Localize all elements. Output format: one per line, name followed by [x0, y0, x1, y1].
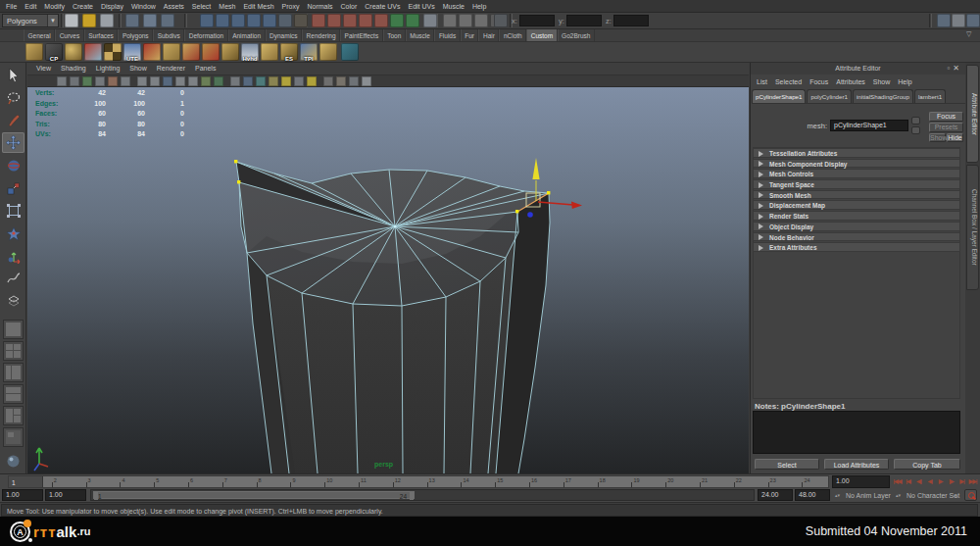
select-tool[interactable] [2, 65, 24, 85]
status-divider[interactable] [184, 14, 187, 27]
z-axis-handle[interactable] [527, 212, 533, 218]
viewport-menu-item[interactable]: Shading [56, 63, 91, 74]
scale-tool[interactable] [2, 177, 24, 198]
notes-text-area[interactable] [753, 411, 960, 454]
presets-button[interactable]: Presets [929, 123, 963, 132]
attribute-section-header[interactable]: Smooth Mesh [753, 190, 960, 200]
open-scene-icon[interactable] [82, 14, 96, 27]
snap-magnet2-icon[interactable] [374, 14, 388, 27]
ae-node-tab[interactable]: pCylinderShape1 [752, 89, 806, 103]
grid-snap-icon[interactable] [494, 14, 508, 27]
shaded-icon[interactable] [243, 76, 253, 86]
frame-cell[interactable]: 21 [700, 476, 734, 488]
shelf-tab[interactable]: General [24, 29, 55, 41]
playback-start-field[interactable]: 1.00 [45, 489, 86, 501]
ae-menu-item[interactable]: Attributes [832, 75, 869, 88]
load-attributes-button[interactable]: Load Attributes [824, 459, 889, 470]
default-light-icon[interactable] [281, 76, 291, 86]
ae-menu-item[interactable]: Show [869, 75, 895, 88]
frame-cell[interactable]: 3 [86, 476, 121, 488]
ae-menu-item[interactable]: Focus [806, 75, 832, 88]
copy-tab-button[interactable]: Copy Tab [894, 459, 960, 470]
frame-cell[interactable]: 23 [768, 476, 803, 488]
menu-item[interactable]: Mesh [215, 0, 239, 13]
shelf-tab[interactable]: Fluids [434, 29, 460, 41]
textures-off-icon[interactable] [307, 76, 317, 86]
attribute-section-header[interactable]: Extra Attributes [753, 242, 960, 252]
frame-cell[interactable]: 24 [802, 476, 829, 488]
ae-node-tab[interactable]: polyCylinder1 [807, 89, 852, 103]
frame-cell[interactable]: 13 [427, 476, 462, 488]
attribute-section-header[interactable]: Displacement Map [753, 200, 960, 210]
shelf-uv-texture-editor-icon[interactable]: UTE [123, 43, 141, 61]
shelf-tab[interactable]: Deformation [184, 29, 227, 41]
menu-item[interactable]: Window [127, 0, 160, 13]
ipr-render-icon[interactable] [474, 14, 488, 27]
go-to-end-button[interactable]: ▶▶| [967, 475, 978, 488]
shelf-tab[interactable]: PaintEffects [340, 29, 383, 41]
isolate-select-icon[interactable] [323, 76, 333, 86]
attribute-section-header[interactable]: Render Stats [753, 211, 960, 221]
shadows-icon[interactable] [294, 76, 304, 86]
frame-cell[interactable]: 14 [461, 476, 495, 488]
range-slider-bar[interactable]: 1 24 [93, 491, 415, 499]
show-tool-settings-icon[interactable] [952, 14, 965, 27]
viewport-menu-item[interactable]: Show [124, 63, 152, 74]
menu-item[interactable]: Proxy [278, 0, 304, 13]
attribute-section-header[interactable]: Object Display [753, 222, 960, 231]
shelf-tab[interactable]: Curves [55, 29, 84, 41]
channel-box-vertical-tab[interactable]: Channel Box / Layer Editor [966, 165, 979, 290]
frame-cell[interactable]: 19 [631, 476, 665, 488]
range-handle-right[interactable] [410, 492, 414, 500]
select-button[interactable]: Select [755, 459, 819, 470]
close-panel-icon[interactable]: ✕ [953, 64, 962, 73]
grid-icon[interactable] [137, 76, 147, 86]
shelf-ep-curve-icon[interactable] [341, 43, 359, 61]
safe-action-icon[interactable] [201, 76, 211, 86]
show-button[interactable]: Show [929, 133, 946, 142]
play-backwards-button[interactable]: ◀ [924, 475, 935, 488]
menu-item[interactable]: Normals [303, 0, 336, 13]
universal-manipulator-tool[interactable] [2, 200, 24, 221]
menu-item[interactable]: Create UVs [361, 0, 404, 13]
input-connections-icon[interactable] [312, 14, 325, 27]
make-live-icon[interactable] [278, 14, 292, 27]
character-set-dropdown[interactable]: No Character Set [906, 492, 959, 499]
image-plane-icon[interactable] [108, 76, 118, 86]
play-forwards-button[interactable]: ▶ [935, 475, 946, 488]
shelf-combine-icon[interactable] [163, 43, 180, 61]
layout-persp-graph-button[interactable] [3, 384, 24, 404]
snap-to-grid-icon[interactable] [200, 14, 214, 27]
shelf-bevel-icon[interactable] [261, 43, 278, 61]
frame-cell[interactable]: 9 [290, 476, 324, 488]
menu-item[interactable]: Edit UVs [404, 0, 438, 13]
shelf-tab[interactable]: Custom [526, 29, 557, 41]
range-slider-track[interactable]: 1 24 [90, 489, 755, 501]
shelf-overflow-icon[interactable]: ▽ [966, 30, 971, 38]
shelf-tab[interactable]: Polygons [118, 29, 153, 41]
scene-render-icon[interactable] [2, 451, 24, 472]
snap-magnet-icon[interactable] [359, 14, 372, 27]
menu-set-dropdown[interactable]: Polygons ▼ [2, 14, 59, 27]
shelf-tab[interactable]: Hair [478, 29, 499, 41]
shelf-tpi-icon[interactable]: TPI [300, 43, 318, 61]
frame-cell[interactable]: 18 [598, 476, 632, 488]
shelf-tab[interactable]: Toon [383, 29, 406, 41]
menu-item[interactable]: Modify [40, 0, 69, 13]
status-divider[interactable] [61, 14, 64, 27]
ae-menu-item[interactable]: Selected [771, 75, 806, 88]
animation-start-field[interactable]: 1.00 [2, 489, 43, 501]
x-coordinate-field[interactable] [519, 15, 555, 26]
new-scene-icon[interactable] [65, 14, 78, 27]
status-divider[interactable] [929, 14, 932, 27]
menu-item[interactable]: Assets [160, 0, 188, 13]
viewport-menu-item[interactable]: Lighting [91, 63, 125, 74]
snap-together-icon[interactable] [294, 14, 308, 27]
shelf-create-polygon-icon[interactable]: CP [45, 43, 63, 61]
resolution-gate-icon[interactable] [163, 76, 172, 86]
shelf-extract-icon[interactable] [84, 43, 102, 61]
camera-attributes-icon[interactable] [82, 76, 92, 86]
shelf-multi-cut-icon[interactable] [143, 43, 161, 61]
menu-item[interactable]: Edit Mesh [239, 0, 277, 13]
frame-cell[interactable]: 5 [154, 476, 188, 488]
